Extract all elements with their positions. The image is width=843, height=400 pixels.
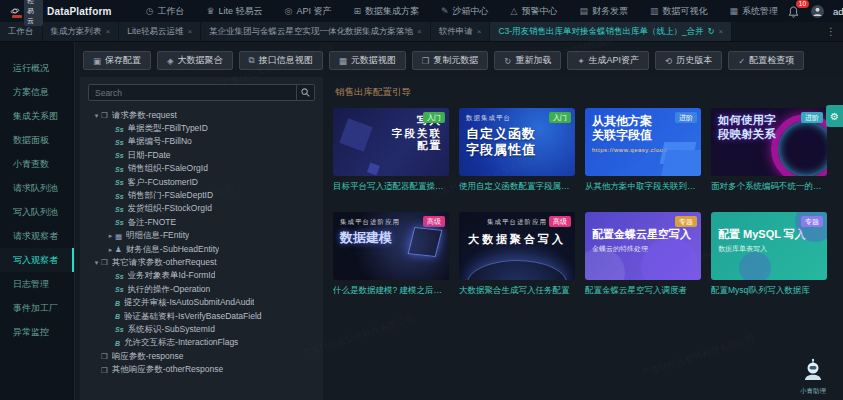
sidebar-item[interactable]: 请求队列池	[0, 176, 74, 200]
tree-node[interactable]: ❒其他响应参数-otherResponse	[88, 363, 315, 376]
tree-node[interactable]: B验证基础资料-IsVerifyBaseDataField	[88, 310, 315, 323]
caret-down-icon[interactable]: ▾	[92, 112, 101, 120]
generate-icon: ✦	[577, 56, 584, 66]
sidebar-item[interactable]: 写入观察者	[0, 248, 74, 272]
guide-card[interactable]: 写入字段关联配置入门目标平台写入适配器配置操作...	[333, 108, 449, 193]
tree-node[interactable]: Ss单据类型-FBillTypeID	[88, 122, 315, 135]
guide-card[interactable]: 如何使用字段映射关系进阶面对多个系统编码不统一的情...	[711, 108, 827, 193]
sidebar-item[interactable]: 写入队列池	[0, 200, 74, 224]
menu-item[interactable]: ✎沙箱中心	[431, 0, 499, 22]
menu-item[interactable]: ◎API 资产	[275, 0, 342, 22]
caret-right-icon[interactable]: ▸	[106, 232, 115, 240]
toolbar-button[interactable]: ❐复制元数据	[412, 51, 489, 70]
card-art-subtitle: 金蝶云的特殊处理	[592, 244, 694, 254]
search-button[interactable]	[296, 85, 314, 100]
user-icon	[812, 6, 823, 17]
card-art-url: https://www.qeasy.cloud	[592, 147, 694, 153]
string-type-icon: Ss	[115, 126, 124, 133]
tree-node[interactable]: Ss业务对象表单Id-FormId	[88, 270, 315, 283]
tree-node[interactable]: ▸▦明细信息-FEntity	[88, 230, 315, 243]
tree-node[interactable]: ▾❒请求参数-request	[88, 109, 315, 122]
avatar[interactable]	[811, 5, 824, 18]
toolbar-button[interactable]: ↻重新加载	[494, 51, 561, 70]
guide-card[interactable]: 配置 MySQL 写入数据库单表写入专题配置Mysql队列写入数据库	[711, 212, 827, 297]
logo[interactable]: 轻易云 DataPlatform	[10, 0, 112, 26]
link-icon: ⧉	[249, 55, 255, 66]
tree-node[interactable]: Ss备注-FNOTE	[88, 216, 315, 229]
menu-item[interactable]: △预警中心	[501, 0, 568, 22]
menu-item[interactable]: ⊞数据集成方案	[343, 0, 429, 22]
tree-node-label: 销售部门-FSaleDeptID	[128, 190, 214, 202]
tree-node[interactable]: Ss日期-FDate	[88, 149, 315, 162]
aggregate-icon: ◈	[167, 56, 174, 66]
caret-right-icon[interactable]: ▸	[106, 246, 115, 254]
tree-node[interactable]: Ss单据编号-FBillNo	[88, 136, 315, 149]
card-art-title: 大数据聚合写入	[466, 233, 568, 246]
sidebar-item[interactable]: 数据面板	[0, 128, 74, 152]
sidebar-item[interactable]: 小青查数	[0, 152, 74, 176]
tree-node-label: 明细信息-FEntity	[126, 230, 189, 242]
close-icon[interactable]: ×	[477, 27, 482, 36]
toolbar-button[interactable]: ⟲历史版本	[655, 51, 722, 70]
tab[interactable]: 某企业集团与金蝶云星空实现一体化数据集成方案落地×	[201, 22, 431, 41]
close-icon[interactable]: ×	[187, 27, 192, 36]
toolbar-button[interactable]: ✓配置检查项	[728, 51, 804, 70]
username[interactable]: admin	[833, 6, 843, 17]
guide-card[interactable]: 集成平台进阶应用数据建模高级什么是数据建模? 建模之后有...	[333, 212, 449, 297]
toolbar-button[interactable]: ✦生成API资产	[567, 51, 649, 70]
sidebar-item[interactable]: 事件加工厂	[0, 296, 74, 320]
toolbar-button-label: 元数据视图	[351, 54, 396, 67]
sidebar-item[interactable]: 异常监控	[0, 320, 74, 344]
tree-node[interactable]: ❒响应参数-response	[88, 350, 315, 363]
tree-node[interactable]: ▸♟财务信息-SubHeadEntity	[88, 243, 315, 256]
content: ▾❒请求参数-requestSs单据类型-FBillTypeIDSs单据编号-F…	[75, 77, 843, 400]
close-icon[interactable]: ×	[719, 27, 724, 36]
tree-node[interactable]: ▾❒其它请求参数-otherRequest	[88, 256, 315, 269]
toolbar-button[interactable]: ◈大数据聚合	[157, 51, 233, 70]
sidebar-item[interactable]: 运行概况	[0, 56, 74, 80]
tree-node[interactable]: Ss系统标识-SubSystemId	[88, 323, 315, 336]
logo-tag: 轻易云	[24, 0, 43, 26]
menu-item[interactable]: ▤财务发票	[569, 0, 638, 22]
refresh-icon[interactable]: ↻	[708, 27, 715, 36]
tree-node[interactable]: Ss客户-FCustomerID	[88, 176, 315, 189]
guide-card[interactable]: 配置金蝶云星空写入金蝶云的特殊处理专题配置金蝶云星空写入调度者	[585, 212, 701, 297]
menu-item[interactable]: ▦系统管理	[720, 0, 789, 22]
sidebar-item[interactable]: 请求观察者	[0, 224, 74, 248]
tab-overflow-button[interactable]: ⋮	[819, 22, 843, 41]
tree-node[interactable]: B允许交互标志-InteractionFlags	[88, 337, 315, 350]
notifications-button[interactable]: 10	[788, 4, 802, 18]
menu-item[interactable]: ♛Lite 轻易云	[197, 0, 273, 22]
tab[interactable]: 软件申请×	[431, 22, 491, 41]
sidebar-item[interactable]: 方案信息	[0, 80, 74, 104]
tree-node[interactable]: Ss执行的操作-Operation	[88, 283, 315, 296]
toolbar-button[interactable]: ⧉接口信息视图	[239, 51, 323, 70]
string-type-icon: Ss	[115, 273, 124, 280]
sidebar: 运行概况方案信息集成关系图数据面板小青查数请求队列池写入队列池请求观察者写入观察…	[0, 42, 75, 400]
tab[interactable]: C3-用友销售出库单对接金蝶销售出库单（线上）_合并↻×	[490, 22, 732, 41]
toolbar-button[interactable]: ▦元数据视图	[329, 51, 406, 70]
sidebar-item[interactable]: 日志管理	[0, 272, 74, 296]
menu-item-label: API 资产	[296, 5, 331, 18]
menu-item[interactable]: ◷工作台	[136, 0, 195, 22]
close-icon[interactable]: ×	[106, 27, 111, 36]
close-icon[interactable]: ×	[417, 27, 422, 36]
tree-node[interactable]: Ss销售部门-FSaleDeptID	[88, 189, 315, 202]
guide-card[interactable]: 集成平台进阶应用大数据聚合写入高级大数据聚合生成写入任务配置	[459, 212, 575, 297]
guide-card[interactable]: 数据集成平台自定义函数字段属性值入门使用自定义函数配置字段属性值	[459, 108, 575, 193]
card-art-title: 配置金蝶云星空写入	[592, 228, 694, 241]
toolbar-button[interactable]: ▣保存配置	[83, 51, 151, 70]
tree-node[interactable]: Ss销售组织-FSaleOrgId	[88, 163, 315, 176]
tree-node[interactable]: B提交并审核-IsAutoSubmitAndAudit	[88, 296, 315, 309]
menu-item[interactable]: ▥数据可视化	[640, 0, 718, 22]
sidebar-item[interactable]: 集成关系图	[0, 104, 74, 128]
tree-node[interactable]: Ss发货组织-FStockOrgId	[88, 203, 315, 216]
assistant-mascot[interactable]: 小青助理	[793, 358, 833, 396]
caret-down-icon[interactable]: ▾	[92, 259, 101, 267]
guide-card[interactable]: 从其他方案关联字段值https://www.qeasy.cloud进阶从其他方案…	[585, 108, 701, 193]
tab[interactable]: Lite轻易云运维×	[119, 22, 201, 41]
settings-fab[interactable]: ⚙	[826, 105, 843, 127]
tab-label: 某企业集团与金蝶云星空实现一体化数据集成方案落地	[209, 26, 413, 38]
string-type-icon: Ss	[115, 219, 124, 226]
search-input[interactable]	[89, 85, 296, 100]
